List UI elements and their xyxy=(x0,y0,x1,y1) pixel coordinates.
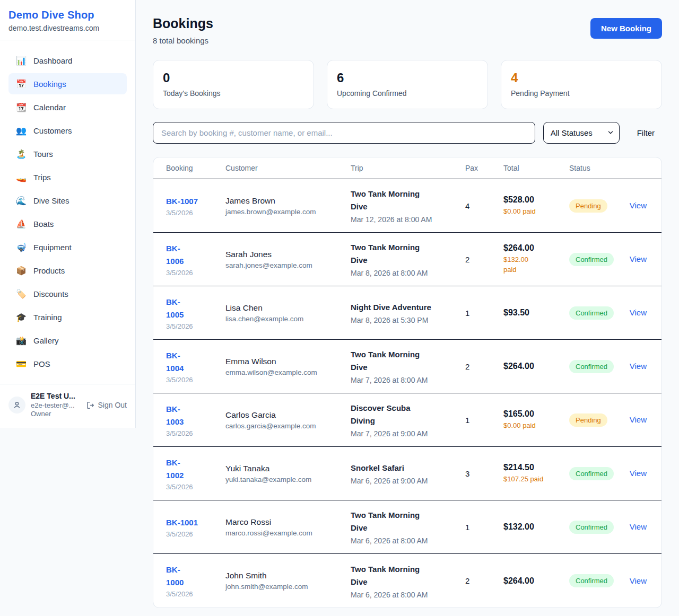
paid-amount: $0.00 paid xyxy=(503,207,569,217)
trip-name: Two Tank MorningDive xyxy=(351,509,465,534)
user-section: E2E Test U... e2e-tester@... Owner Sign … xyxy=(0,384,135,428)
status-cell: Confirmed xyxy=(569,253,629,266)
trip-cell: Night Dive Adventure Mar 8, 2026 at 5:30… xyxy=(351,301,465,324)
view-link[interactable]: View xyxy=(630,522,647,531)
pax-cell: 3 xyxy=(465,469,503,478)
view-cell: View xyxy=(629,576,649,586)
sidebar-item-pos[interactable]: 💳 POS xyxy=(8,353,127,374)
user-icon xyxy=(12,400,22,410)
sidebar-item-gallery[interactable]: 📸 Gallery xyxy=(8,330,127,351)
sidebar-item-customers[interactable]: 👥 Customers xyxy=(8,120,127,141)
view-cell: View xyxy=(629,415,649,425)
stat-cards: 0 Today's Bookings 6 Upcoming Confirmed … xyxy=(153,60,662,109)
booking-id-link[interactable]: BK-1003 xyxy=(166,403,225,428)
sidebar-item-tours[interactable]: 🏝️ Tours xyxy=(8,143,127,164)
page-header: Bookings 8 total bookings New Booking xyxy=(153,16,662,45)
total-cell: $528.00 $0.00 paid xyxy=(503,195,569,217)
booking-id-link[interactable]: BK-1000 xyxy=(166,564,225,589)
sidebar-item-dashboard[interactable]: 📊 Dashboard xyxy=(8,50,127,71)
booking-date: 3/5/2026 xyxy=(166,322,225,330)
sidebar-item-label: Products xyxy=(33,266,65,275)
status-badge: Confirmed xyxy=(569,253,614,266)
status-filter-select[interactable]: All Statuses xyxy=(543,122,620,144)
trip-name: Snorkel Safari xyxy=(351,462,465,474)
view-cell: View xyxy=(629,362,649,371)
booking-cell: BK-1004 3/5/2026 xyxy=(166,349,225,384)
table-row: BK-1000 3/5/2026 John Smith john.smith@e… xyxy=(153,554,661,608)
booking-cell: BK-1001 3/5/2026 xyxy=(166,516,225,538)
trip-cell: Two Tank MorningDive Mar 6, 2026 at 8:00… xyxy=(351,509,465,545)
table-row: BK-1001 3/5/2026 Marco Rossi marco.rossi… xyxy=(153,500,661,554)
sign-out-button[interactable]: Sign Out xyxy=(86,401,127,410)
booking-id-link[interactable]: BK-1002 xyxy=(166,456,225,482)
view-link[interactable]: View xyxy=(630,201,647,210)
customer-email: lisa.chen@example.com xyxy=(225,315,351,323)
status-cell: Confirmed xyxy=(569,574,629,587)
view-link[interactable]: View xyxy=(630,308,647,317)
table-row: BK-1005 3/5/2026 Lisa Chen lisa.chen@exa… xyxy=(153,286,661,340)
booking-id-link[interactable]: BK-1001 xyxy=(166,516,225,529)
pax-cell: 4 xyxy=(465,201,503,210)
booking-date: 3/5/2026 xyxy=(166,429,225,437)
pax-cell: 1 xyxy=(465,416,503,425)
booking-id-link[interactable]: BK-1006 xyxy=(166,242,225,268)
status-badge: Confirmed xyxy=(569,306,614,320)
gallery-icon: 📸 xyxy=(16,336,27,346)
sidebar-item-products[interactable]: 📦 Products xyxy=(8,260,127,281)
view-link[interactable]: View xyxy=(630,254,647,263)
trip-cell: Two Tank MorningDive Mar 6, 2026 at 8:00… xyxy=(351,563,465,599)
sidebar-item-calendar[interactable]: 📆 Calendar xyxy=(8,96,127,118)
trip-datetime: Mar 12, 2026 at 8:00 AM xyxy=(351,215,465,224)
stat-card: 4 Pending Payment xyxy=(501,60,662,109)
customer-cell: Sarah Jones sarah.jones@example.com xyxy=(225,250,351,269)
sidebar-item-label: Bookings xyxy=(33,80,66,89)
sidebar-item-training[interactable]: 🎓 Training xyxy=(8,306,127,328)
sidebar-item-boats[interactable]: ⛵ Boats xyxy=(8,213,127,234)
view-link[interactable]: View xyxy=(630,362,647,371)
column-header-booking: Booking xyxy=(166,164,225,172)
pos-icon: 💳 xyxy=(16,359,27,369)
table-row: BK-1003 3/5/2026 Carlos Garcia carlos.ga… xyxy=(153,393,661,447)
status-cell: Confirmed xyxy=(569,306,629,320)
customer-name: Marco Rossi xyxy=(225,517,351,527)
table-row: BK-1002 3/5/2026 Yuki Tanaka yuki.tanaka… xyxy=(153,447,661,500)
customer-cell: John Smith john.smith@example.com xyxy=(225,571,351,591)
sidebar-item-bookings[interactable]: 📅 Bookings xyxy=(8,73,127,94)
sidebar-item-trips[interactable]: 🚤 Trips xyxy=(8,166,127,188)
customer-name: Sarah Jones xyxy=(225,250,351,259)
logout-icon xyxy=(86,401,95,410)
sidebar-item-dive-sites[interactable]: 🌊 Dive Sites xyxy=(8,190,127,211)
sidebar-item-label: Gallery xyxy=(33,336,59,345)
sidebar-item-label: Discounts xyxy=(33,289,68,298)
table-row: BK-1004 3/5/2026 Emma Wilson emma.wilson… xyxy=(153,340,661,393)
search-input[interactable] xyxy=(153,122,535,144)
trip-cell: Two Tank MorningDive Mar 7, 2026 at 8:00… xyxy=(351,348,465,384)
booking-id-link[interactable]: BK-1007 xyxy=(166,195,225,208)
trip-datetime: Mar 7, 2026 at 8:00 AM xyxy=(351,376,465,384)
trip-name: Two Tank MorningDive xyxy=(351,188,465,213)
trip-name: Two Tank MorningDive xyxy=(351,348,465,374)
new-booking-button[interactable]: New Booking xyxy=(590,18,662,39)
column-header-customer: Customer xyxy=(225,164,351,172)
view-link[interactable]: View xyxy=(630,415,647,424)
booking-id-link[interactable]: BK-1005 xyxy=(166,296,225,321)
status-badge: Confirmed xyxy=(569,467,614,480)
filter-button[interactable]: Filter xyxy=(637,128,655,137)
total-cell: $264.00 xyxy=(503,362,569,371)
equipment-icon: 🤿 xyxy=(16,242,27,252)
booking-id-link[interactable]: BK-1004 xyxy=(166,349,225,375)
customer-name: Lisa Chen xyxy=(225,303,351,313)
booking-date: 3/5/2026 xyxy=(166,209,225,217)
products-icon: 📦 xyxy=(16,266,27,276)
customer-name: Carlos Garcia xyxy=(225,410,351,420)
shop-name: Demo Dive Shop xyxy=(8,9,127,21)
column-header-pax: Pax xyxy=(465,164,503,172)
sidebar-item-equipment[interactable]: 🤿 Equipment xyxy=(8,236,127,258)
view-link[interactable]: View xyxy=(630,469,647,478)
column-header-total: Total xyxy=(503,164,569,172)
sidebar-item-discounts[interactable]: 🏷️ Discounts xyxy=(8,283,127,304)
total-cell: $132.00 xyxy=(503,522,569,532)
table-row: BK-1007 3/5/2026 James Brown james.brown… xyxy=(153,179,661,233)
view-link[interactable]: View xyxy=(630,576,647,585)
stat-card: 0 Today's Bookings xyxy=(153,60,314,109)
